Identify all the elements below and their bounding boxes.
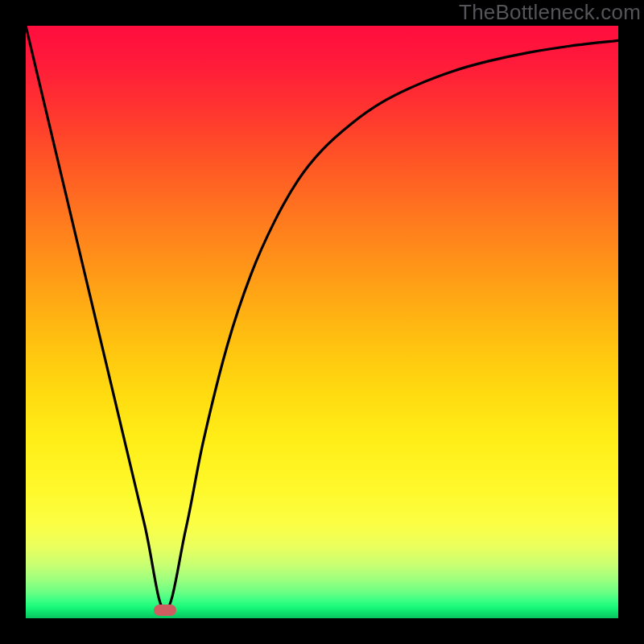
bottleneck-curve [26, 26, 618, 618]
curve-path [26, 26, 618, 610]
plot-area [26, 26, 618, 618]
watermark-text: TheBottleneck.com [459, 0, 641, 25]
optimal-point-marker [154, 605, 176, 616]
